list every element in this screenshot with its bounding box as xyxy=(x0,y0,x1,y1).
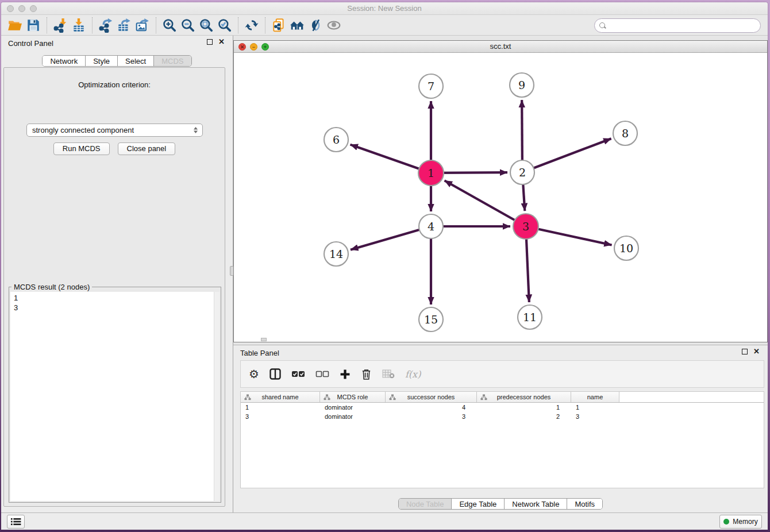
column-header-successor-nodes[interactable]: successor nodes xyxy=(386,392,477,402)
task-history-button[interactable] xyxy=(7,515,25,529)
close-button[interactable] xyxy=(7,5,14,12)
selected-option: strongly connected component xyxy=(32,126,134,134)
column-visibility-icon[interactable] xyxy=(270,368,281,380)
tab-network[interactable]: Network xyxy=(43,56,85,66)
network-minimize-icon[interactable]: − xyxy=(250,43,257,51)
main-area: Control Panel ✕ Network Style Select MCD… xyxy=(1,36,768,512)
table-row[interactable]: 1 dominator 4 1 1 xyxy=(241,403,764,412)
delete-table-icon-disabled xyxy=(382,369,395,379)
graph-node-label-3: 3 xyxy=(522,220,529,233)
table-settings-gear-icon[interactable]: ⚙ xyxy=(249,368,259,380)
list-icon xyxy=(11,518,21,526)
apply-layout-icon[interactable] xyxy=(242,17,261,34)
cell-mcds-role[interactable]: dominator xyxy=(320,412,386,421)
graph-edge-3-1[interactable] xyxy=(445,180,526,226)
graph-node-label-9: 9 xyxy=(518,79,525,91)
tab-node-table[interactable]: Node Table xyxy=(399,499,452,509)
new-network-from-selection-icon[interactable] xyxy=(270,17,288,34)
column-header-name[interactable]: name xyxy=(571,392,619,402)
table-row[interactable]: 3 dominator 3 2 3 xyxy=(241,412,764,421)
window-controls xyxy=(7,5,37,12)
cell-shared-name[interactable]: 3 xyxy=(241,412,320,421)
cell-mcds-role[interactable]: dominator xyxy=(320,403,386,412)
minimize-button[interactable] xyxy=(18,5,25,12)
export-image-icon[interactable] xyxy=(133,17,152,34)
import-network-icon[interactable] xyxy=(51,17,70,34)
run-mcds-button[interactable]: Run MCDS xyxy=(53,142,110,155)
delete-column-trash-icon[interactable] xyxy=(361,368,372,380)
zoom-selected-icon[interactable] xyxy=(215,17,234,34)
tab-style[interactable]: Style xyxy=(85,56,117,66)
status-bar: Memory xyxy=(1,512,768,530)
select-all-rows-icon[interactable] xyxy=(291,370,305,378)
column-header-predecessor-nodes[interactable]: predecessor nodes xyxy=(477,392,571,402)
tab-mcds[interactable]: MCDS xyxy=(153,56,191,66)
tab-motifs[interactable]: Motifs xyxy=(567,499,602,509)
graph-node-label-14: 14 xyxy=(329,248,343,260)
cell-successor-nodes[interactable]: 4 xyxy=(386,403,477,412)
cell-predecessor-nodes[interactable]: 1 xyxy=(477,403,571,412)
mcds-result-box: MCDS result (2 nodes) 1 3 xyxy=(9,287,221,503)
close-panel-button[interactable]: Close panel xyxy=(118,142,176,155)
cell-name[interactable]: 1 xyxy=(571,403,619,412)
function-builder-icon-disabled: f(x) xyxy=(405,369,421,380)
optimization-criterion-select[interactable]: strongly connected component xyxy=(26,124,203,137)
network-graph[interactable]: 1234678910111415 xyxy=(234,53,767,342)
result-scrollbar[interactable] xyxy=(214,292,220,501)
cell-predecessor-nodes[interactable]: 2 xyxy=(477,412,571,421)
network-close-icon[interactable]: ✕ xyxy=(238,43,246,51)
graph-node-label-15: 15 xyxy=(424,313,438,326)
export-network-icon[interactable] xyxy=(97,17,115,34)
control-panel: Control Panel ✕ Network Style Select MCD… xyxy=(1,36,233,512)
memory-button[interactable]: Memory xyxy=(719,515,762,529)
float-table-panel-icon[interactable] xyxy=(742,349,748,354)
cell-name[interactable]: 3 xyxy=(571,412,619,421)
column-header-mcds-role[interactable]: MCDS role xyxy=(320,392,386,402)
optimization-criterion-label: Optimization criterion: xyxy=(4,80,225,89)
graph-node-label-4: 4 xyxy=(428,220,434,233)
deselect-all-rows-icon[interactable] xyxy=(315,370,329,378)
first-neighbors-icon[interactable] xyxy=(288,17,306,34)
table-panel-title: Table Panel xyxy=(240,349,279,357)
search-icon xyxy=(599,22,606,29)
result-node: 3 xyxy=(10,303,220,313)
search-box[interactable] xyxy=(594,18,761,33)
node-table: shared name MCDS role successor nodes pr… xyxy=(240,391,764,488)
zoom-fit-icon[interactable] xyxy=(197,17,215,34)
add-column-icon[interactable] xyxy=(340,369,351,380)
table-header-row: shared name MCDS role successor nodes pr… xyxy=(241,392,764,403)
memory-status-dot xyxy=(723,519,729,525)
save-session-icon[interactable] xyxy=(24,17,43,34)
export-table-icon[interactable] xyxy=(115,17,133,34)
cell-shared-name[interactable]: 1 xyxy=(241,403,320,412)
table-tabs: Node Table Edge Table Network Table Moti… xyxy=(398,498,603,510)
close-table-panel-icon[interactable]: ✕ xyxy=(753,349,760,354)
main-toolbar xyxy=(1,15,768,36)
hide-graphics-details-icon[interactable] xyxy=(306,17,325,34)
zoom-in-icon[interactable] xyxy=(160,17,179,34)
network-view-frame: ✕ − + scc.txt 1234678910111415 xyxy=(233,40,768,342)
network-maximize-icon[interactable]: + xyxy=(261,43,269,51)
graph-node-label-11: 11 xyxy=(523,311,537,323)
graph-node-label-7: 7 xyxy=(428,80,434,92)
import-table-icon[interactable] xyxy=(70,17,88,34)
graph-node-label-6: 6 xyxy=(333,133,340,146)
cell-successor-nodes[interactable]: 3 xyxy=(386,412,477,421)
graph-node-label-8: 8 xyxy=(622,127,629,140)
tab-network-table[interactable]: Network Table xyxy=(504,499,567,509)
zoom-out-icon[interactable] xyxy=(179,17,197,34)
float-panel-icon[interactable] xyxy=(207,39,213,45)
close-panel-icon[interactable]: ✕ xyxy=(218,39,225,45)
tab-select[interactable]: Select xyxy=(117,56,153,66)
column-header-shared-name[interactable]: shared name xyxy=(241,392,320,402)
show-graphics-details-icon[interactable] xyxy=(325,17,343,34)
mcds-result-list[interactable]: 1 3 xyxy=(10,292,220,501)
search-input[interactable] xyxy=(609,20,756,32)
maximize-button[interactable] xyxy=(30,5,37,12)
tab-edge-table[interactable]: Edge Table xyxy=(451,499,504,509)
graph-edge-2-8[interactable] xyxy=(522,138,611,172)
network-canvas[interactable]: 1234678910111415 xyxy=(234,53,767,342)
table-panel: Table Panel ✕ ⚙ f(x) shared name M xyxy=(233,345,768,512)
open-session-icon[interactable] xyxy=(6,17,24,34)
network-resize-handle[interactable] xyxy=(261,338,267,341)
